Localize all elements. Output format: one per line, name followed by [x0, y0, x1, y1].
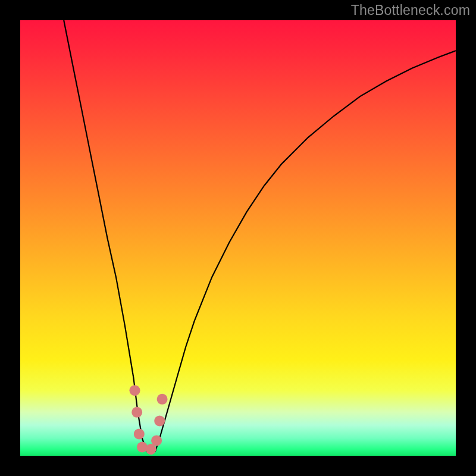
data-dot	[157, 394, 168, 405]
data-dots	[130, 385, 168, 455]
data-dot	[130, 385, 140, 396]
bottleneck-curve	[64, 20, 456, 453]
data-dot	[134, 428, 145, 439]
plot-area	[20, 20, 456, 456]
data-dot	[154, 415, 165, 426]
data-dot	[131, 407, 142, 418]
watermark: TheBottleneck.com	[351, 2, 470, 18]
data-dot	[151, 435, 162, 446]
curve-layer	[20, 20, 456, 456]
chart-frame: TheBottleneck.com	[0, 0, 476, 476]
